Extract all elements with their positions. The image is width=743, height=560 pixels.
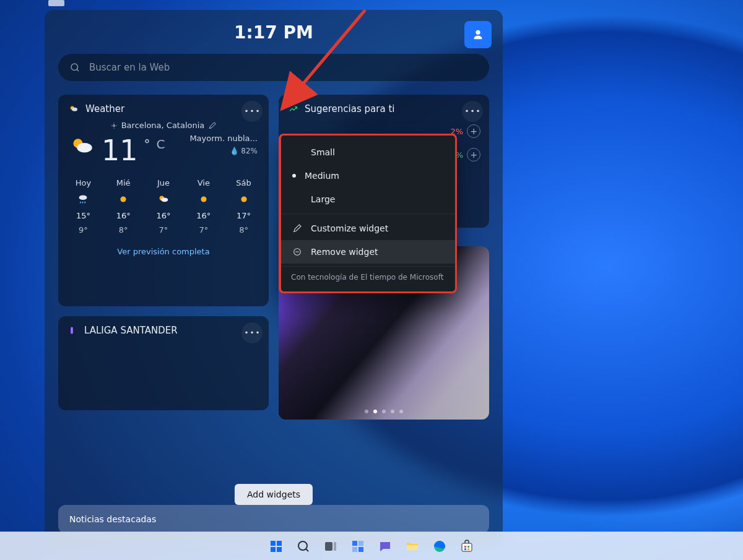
sun-icon <box>237 192 251 206</box>
taskbar-edge[interactable] <box>429 536 450 557</box>
search-input[interactable] <box>89 62 478 73</box>
forecast-day-label: Jue <box>157 178 170 187</box>
menu-size-medium[interactable]: Medium <box>281 164 455 187</box>
forecast-hi: 16° <box>196 211 211 220</box>
svg-point-5 <box>77 143 92 152</box>
menu-label: Remove widget <box>311 247 378 257</box>
weather-title: Weather <box>85 103 124 114</box>
taskbar <box>0 532 743 560</box>
news-title: Noticias destacadas <box>69 514 156 524</box>
svg-rect-26 <box>407 545 418 550</box>
person-icon <box>471 28 485 41</box>
weather-location-row[interactable]: Barcelona, Catalonia <box>58 121 269 130</box>
taskbar-store[interactable] <box>456 536 477 557</box>
widgets-icon <box>350 539 365 554</box>
svg-point-2 <box>72 108 77 111</box>
location-icon <box>110 122 118 129</box>
partly-icon <box>157 192 170 206</box>
slideshow-dots[interactable] <box>279 410 489 413</box>
edge-icon <box>432 539 447 554</box>
rain-icon <box>76 192 90 206</box>
search-icon <box>69 62 80 73</box>
svg-rect-25 <box>358 547 363 552</box>
widgets-panel: 1:17 PM Weather Barcelona, Catalonia <box>45 10 503 545</box>
store-icon <box>459 539 474 554</box>
svg-point-3 <box>113 124 115 126</box>
pencil-icon <box>292 223 302 233</box>
svg-rect-31 <box>464 548 466 550</box>
svg-point-9 <box>161 198 168 202</box>
selected-dot-icon <box>292 174 296 178</box>
forecast-row: Hoy 15° 9° Mié 16° 8° Jue 16° <box>58 172 269 243</box>
forecast-lo: 8° <box>119 225 128 235</box>
chat-icon <box>378 539 393 554</box>
menu-footer: Con tecnología de El tiempo de Microsoft <box>281 266 455 285</box>
weather-widget: Weather Barcelona, Catalonia 11 ° C Mayo… <box>58 95 269 306</box>
svg-point-7 <box>121 196 126 202</box>
laliga-title: LALIGA SANTANDER <box>84 325 178 336</box>
forecast-hi: 16° <box>156 211 170 220</box>
svg-point-10 <box>201 196 206 202</box>
forecast-lo: 8° <box>239 225 248 235</box>
weather-condition: Mayorm. nubla... <box>189 134 258 143</box>
forecast-lo: 7° <box>159 225 168 235</box>
forecast-day-label: Vie <box>198 178 210 187</box>
search-bar[interactable] <box>58 54 489 81</box>
menu-size-large[interactable]: Large <box>281 187 455 211</box>
partly-cloudy-icon <box>69 134 95 160</box>
sun-icon <box>116 192 130 206</box>
add-button[interactable]: + <box>467 148 480 162</box>
menu-separator <box>281 213 455 214</box>
drop-icon: 💧 <box>230 147 239 155</box>
taskbar-chat[interactable] <box>375 536 396 557</box>
forecast-day[interactable]: Jue 16° 7° <box>144 178 184 235</box>
menu-remove-widget[interactable]: Remove widget <box>281 240 455 264</box>
panel-time: 1:17 PM <box>58 22 489 43</box>
folder-icon <box>405 539 420 554</box>
svg-rect-30 <box>467 546 469 548</box>
menu-size-small[interactable]: Small <box>281 140 455 164</box>
desktop-wallpaper: 1:17 PM Weather Barcelona, Catalonia <box>0 0 743 560</box>
svg-point-19 <box>298 541 307 550</box>
forecast-day[interactable]: Hoy 15° 9° <box>63 178 103 235</box>
svg-point-6 <box>79 195 87 200</box>
menu-customize-widget[interactable]: Customize widget <box>281 217 455 240</box>
svg-rect-24 <box>352 547 357 552</box>
forecast-day[interactable]: Vie 16° 7° <box>183 178 224 235</box>
forecast-hi: 16° <box>116 211 131 220</box>
add-widgets-button[interactable]: Add widgets <box>235 484 313 505</box>
forecast-lo: 7° <box>199 225 208 235</box>
taskbar-widgets[interactable] <box>347 536 368 557</box>
svg-rect-29 <box>464 546 466 548</box>
weather-more-button[interactable] <box>241 101 263 122</box>
remove-icon <box>292 247 302 257</box>
taskbar-explorer[interactable] <box>402 536 423 557</box>
suggestions-title: Sugerencias para ti <box>305 103 394 114</box>
forecast-day[interactable]: Mié 16° 8° <box>103 178 144 235</box>
add-button[interactable]: + <box>467 124 480 138</box>
weather-temp: 11 <box>102 134 138 167</box>
svg-rect-32 <box>467 548 469 550</box>
pencil-icon[interactable] <box>208 121 217 130</box>
taskbar-taskview[interactable] <box>320 536 341 557</box>
svg-rect-21 <box>334 542 336 551</box>
weather-full-forecast-link[interactable]: Ver previsión completa <box>58 243 269 264</box>
profile-button[interactable] <box>464 21 492 48</box>
svg-rect-20 <box>325 542 332 551</box>
forecast-hi: 15° <box>76 211 90 220</box>
menu-label: Customize widget <box>311 223 388 233</box>
featured-news-bar[interactable]: Noticias destacadas <box>58 505 489 533</box>
trend-up-icon <box>289 104 298 114</box>
svg-point-0 <box>71 64 78 71</box>
windows-icon <box>269 539 284 554</box>
menu-label: Large <box>311 194 335 204</box>
forecast-hi: 17° <box>237 211 251 220</box>
svg-rect-22 <box>352 541 357 546</box>
svg-rect-28 <box>462 543 472 551</box>
taskbar-start[interactable] <box>266 536 287 557</box>
svg-rect-18 <box>277 547 282 552</box>
suggestions-more-button[interactable] <box>462 101 483 122</box>
laliga-more-button[interactable] <box>241 322 263 343</box>
forecast-day[interactable]: Sáb 17° 8° <box>224 178 264 235</box>
taskbar-search[interactable] <box>293 536 314 557</box>
